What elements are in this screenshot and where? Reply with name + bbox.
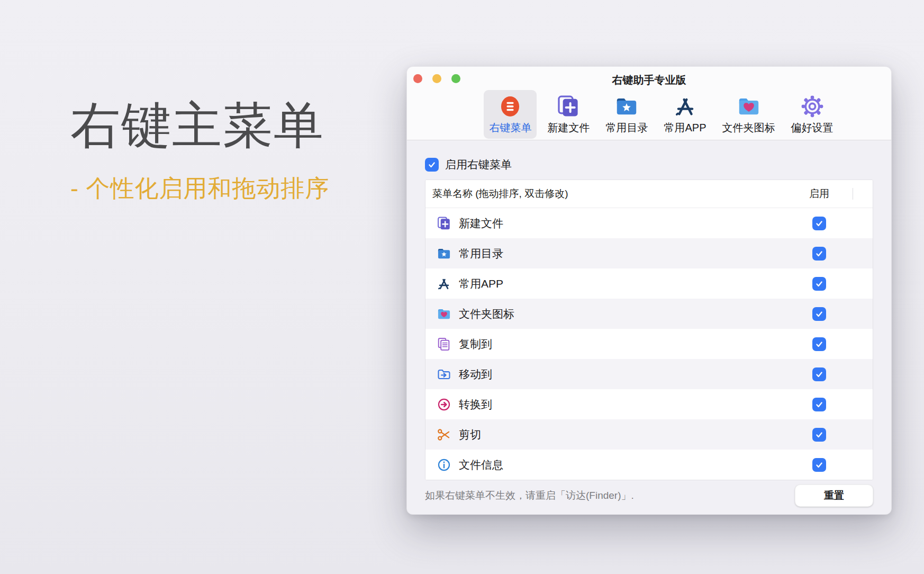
window-controls	[413, 74, 460, 83]
table-row[interactable]: 剪切	[425, 419, 873, 450]
row-checkbox[interactable]	[812, 458, 826, 472]
row-checkbox[interactable]	[812, 307, 826, 321]
row-checkbox[interactable]	[812, 247, 826, 261]
footer-note: 如果右键菜单不生效，请重启「访达(Finder)」.	[425, 489, 795, 503]
copy-document-icon	[436, 336, 452, 352]
toolbar-item-label: 常用目录	[605, 121, 648, 135]
scissors-icon	[436, 427, 452, 443]
toolbar-item-preferences[interactable]: 偏好设置	[786, 90, 839, 139]
window-footer: 如果右键菜单不生效，请重启「访达(Finder)」. 重置	[425, 485, 873, 507]
toolbar-item-favorite-apps[interactable]: 常用APP	[658, 90, 711, 139]
table-header: 菜单名称 (拖动排序, 双击修改) 启用	[425, 180, 873, 208]
toolbar-item-new-file[interactable]: 新建文件	[542, 90, 595, 139]
minimize-window-button[interactable]	[432, 74, 441, 83]
app-store-icon	[436, 276, 452, 292]
heart-folder-icon	[436, 306, 452, 322]
table-row[interactable]: 新建文件	[425, 208, 873, 238]
column-header-name: 菜单名称 (拖动排序, 双击修改)	[425, 187, 786, 201]
toolbar-item-favorite-folders[interactable]: 常用目录	[600, 90, 653, 139]
gear-icon	[800, 93, 825, 120]
row-label: 常用APP	[459, 276, 503, 291]
checkbox-checked-icon[interactable]	[425, 158, 439, 172]
table-row[interactable]: 常用目录	[425, 238, 873, 268]
toolbar: 右键菜单 新建文件	[407, 90, 891, 139]
row-label: 复制到	[459, 337, 492, 352]
fullscreen-window-button[interactable]	[451, 74, 460, 83]
column-divider	[853, 180, 873, 208]
row-checkbox[interactable]	[812, 217, 826, 230]
reset-button[interactable]: 重置	[795, 485, 873, 507]
window-title: 右键助手专业版	[407, 67, 891, 87]
toolbar-item-label: 文件夹图标	[722, 121, 775, 135]
row-label: 移动到	[459, 367, 492, 382]
heart-folder-icon	[736, 93, 762, 120]
table-row[interactable]: 转换到	[425, 389, 873, 419]
table-row[interactable]: 文件夹图标	[425, 299, 873, 329]
row-checkbox[interactable]	[812, 277, 826, 291]
table-row[interactable]: 复制到	[425, 329, 873, 359]
new-file-icon	[556, 93, 581, 120]
toolbar-item-label: 右键菜单	[489, 121, 531, 135]
toolbar-item-folder-icon[interactable]: 文件夹图标	[717, 90, 781, 139]
row-checkbox[interactable]	[812, 367, 826, 381]
row-label: 常用目录	[459, 246, 503, 261]
page-title: 右键主菜单	[70, 94, 330, 157]
window-titlebar: 右键助手专业版 右键菜单	[407, 67, 891, 140]
hero-text: 右键主菜单 - 个性化启用和拖动排序	[70, 94, 330, 204]
row-checkbox[interactable]	[812, 337, 826, 351]
context-menu-oval-icon	[499, 93, 522, 120]
menu-table: 菜单名称 (拖动排序, 双击修改) 启用 新建文件	[425, 180, 873, 480]
toolbar-item-label: 常用APP	[664, 121, 706, 135]
favorite-folder-icon	[614, 93, 639, 120]
row-checkbox[interactable]	[812, 428, 826, 442]
toolbar-item-label: 新建文件	[547, 121, 590, 135]
column-header-enable: 启用	[786, 187, 853, 201]
row-checkbox[interactable]	[812, 398, 826, 411]
screenshot-root: 右键主菜单 - 个性化启用和拖动排序 右键助手专业版	[0, 0, 924, 574]
app-window: 右键助手专业版 右键菜单	[406, 66, 892, 515]
toolbar-item-label: 偏好设置	[791, 121, 834, 135]
row-label: 文件信息	[459, 458, 503, 472]
page-subtitle: - 个性化启用和拖动排序	[70, 173, 330, 204]
close-window-button[interactable]	[413, 74, 422, 83]
table-row[interactable]: 常用APP	[425, 268, 873, 299]
favorite-folder-icon	[436, 246, 452, 262]
row-label: 转换到	[459, 397, 492, 412]
app-store-icon	[673, 93, 697, 120]
enable-context-menu-checkbox[interactable]: 启用右键菜单	[425, 157, 512, 172]
row-label: 文件夹图标	[459, 307, 514, 321]
row-label: 新建文件	[459, 216, 503, 231]
table-row[interactable]: 移动到	[425, 359, 873, 389]
toolbar-item-context-menu[interactable]: 右键菜单	[484, 90, 537, 139]
row-label: 剪切	[459, 427, 481, 442]
move-folder-icon	[436, 366, 452, 382]
window-content: 启用右键菜单 菜单名称 (拖动排序, 双击修改) 启用	[407, 157, 891, 507]
new-file-icon	[436, 216, 452, 231]
table-row[interactable]: 文件信息	[425, 450, 873, 480]
info-circle-icon	[436, 457, 452, 473]
convert-arrow-icon	[436, 397, 452, 412]
enable-checkbox-label: 启用右键菜单	[445, 157, 512, 172]
